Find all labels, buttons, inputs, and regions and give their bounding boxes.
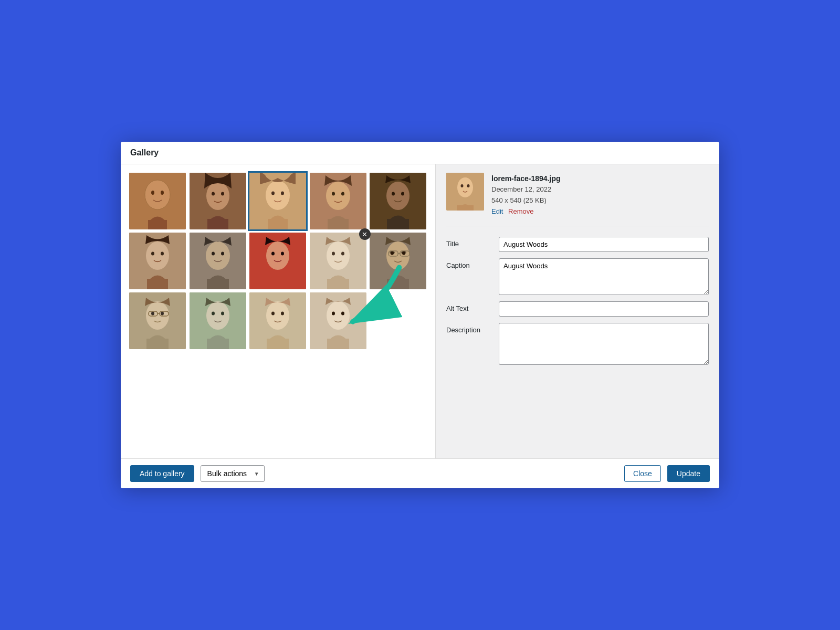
svg-rect-45: [327, 279, 349, 289]
svg-point-59: [161, 312, 164, 316]
svg-point-3: [151, 191, 154, 195]
svg-rect-25: [387, 219, 409, 229]
svg-point-70: [266, 301, 289, 330]
title-input[interactable]: [499, 237, 709, 252]
svg-point-83: [467, 184, 470, 187]
footer-left: Add to gallery Bulk actions: [130, 465, 265, 482]
footer-right: Close Update: [624, 465, 710, 482]
svg-point-75: [327, 301, 350, 330]
svg-rect-68: [207, 339, 229, 349]
description-field-row: Description: [446, 323, 709, 365]
gallery-item-14[interactable]: [310, 292, 366, 349]
gallery-modal: Gallery: [121, 142, 719, 488]
gallery-item-2[interactable]: [190, 173, 246, 229]
alt-text-input[interactable]: [499, 301, 709, 317]
svg-point-24: [401, 192, 404, 196]
media-dimensions: 540 x 540 (25 KB): [491, 195, 561, 206]
alt-text-label: Alt Text: [446, 301, 499, 312]
svg-point-47: [386, 242, 410, 270]
svg-point-28: [151, 252, 154, 256]
caption-label: Caption: [446, 258, 499, 269]
svg-point-4: [161, 191, 164, 195]
svg-point-39: [281, 252, 284, 256]
gallery-item-8[interactable]: [249, 233, 306, 289]
gallery-panel: ✕: [121, 164, 436, 458]
svg-rect-84: [457, 205, 474, 211]
svg-point-12: [266, 181, 290, 210]
update-button[interactable]: Update: [667, 465, 710, 482]
svg-point-23: [392, 192, 395, 196]
svg-rect-52: [387, 279, 409, 289]
svg-point-71: [271, 312, 275, 316]
media-filename: lorem-face-1894.jpg: [491, 173, 561, 184]
modal-header: Gallery: [121, 142, 719, 164]
svg-point-9: [221, 192, 224, 196]
svg-rect-40: [267, 279, 289, 289]
svg-point-44: [341, 252, 344, 256]
selected-media-thumbnail: [446, 173, 484, 211]
svg-rect-60: [146, 339, 169, 349]
svg-point-82: [461, 184, 464, 187]
svg-point-42: [327, 242, 350, 270]
gallery-item-13[interactable]: [249, 292, 306, 349]
gallery-item-9[interactable]: ✕: [310, 233, 366, 289]
media-info: lorem-face-1894.jpg December 12, 2022 54…: [446, 173, 709, 226]
svg-rect-73: [267, 339, 289, 349]
gallery-item-11[interactable]: [129, 292, 186, 349]
gallery-item-10[interactable]: [370, 233, 426, 289]
svg-point-32: [206, 242, 230, 270]
description-input[interactable]: [499, 323, 709, 365]
svg-point-34: [221, 252, 224, 256]
gallery-item-4[interactable]: [310, 173, 366, 229]
svg-point-66: [212, 312, 215, 316]
svg-point-27: [146, 242, 169, 270]
svg-point-77: [341, 312, 344, 316]
media-meta: lorem-face-1894.jpg December 12, 2022 54…: [491, 173, 561, 217]
svg-rect-35: [207, 279, 229, 289]
svg-rect-20: [328, 219, 349, 229]
title-field-row: Title: [446, 237, 709, 252]
gallery-item-5[interactable]: [370, 173, 426, 229]
gallery-item-12[interactable]: [190, 292, 246, 349]
details-panel: lorem-face-1894.jpg December 12, 2022 54…: [436, 164, 719, 458]
description-label: Description: [446, 323, 499, 334]
svg-rect-15: [268, 219, 288, 229]
gallery-item-7[interactable]: [190, 233, 246, 289]
media-edit-link[interactable]: Edit: [491, 207, 503, 215]
gallery-item-1[interactable]: [129, 173, 186, 229]
svg-rect-10: [207, 219, 228, 229]
svg-rect-5: [148, 220, 167, 229]
svg-rect-78: [327, 339, 349, 349]
close-button[interactable]: Close: [624, 465, 661, 482]
bulk-actions-wrapper: Bulk actions: [201, 465, 265, 482]
svg-point-38: [271, 252, 275, 256]
media-date: December 12, 2022: [491, 184, 561, 195]
svg-point-37: [266, 242, 289, 270]
svg-point-81: [457, 177, 473, 197]
modal-title: Gallery: [130, 148, 159, 157]
svg-point-7: [206, 182, 229, 210]
svg-point-17: [326, 182, 350, 210]
modal-footer: Add to gallery Bulk actions Close Update: [121, 458, 719, 488]
svg-point-72: [281, 312, 284, 316]
svg-point-19: [341, 192, 344, 196]
svg-rect-30: [147, 279, 168, 289]
svg-point-13: [271, 192, 275, 195]
svg-point-43: [332, 252, 335, 256]
media-remove-link[interactable]: Remove: [508, 207, 533, 215]
modal-body: ✕: [121, 164, 719, 458]
bulk-actions-select[interactable]: Bulk actions: [201, 465, 265, 482]
gallery-item-6[interactable]: [129, 233, 186, 289]
svg-point-14: [281, 192, 284, 195]
add-to-gallery-button[interactable]: Add to gallery: [130, 465, 194, 482]
svg-point-76: [332, 312, 335, 316]
alt-text-field-row: Alt Text: [446, 301, 709, 317]
svg-point-33: [212, 252, 215, 256]
caption-input[interactable]: August Woods: [499, 258, 709, 295]
svg-point-50: [391, 251, 394, 255]
svg-point-65: [206, 301, 229, 330]
svg-point-8: [212, 192, 215, 196]
remove-item-button[interactable]: ✕: [359, 228, 371, 240]
gallery-item-3[interactable]: [249, 173, 306, 229]
svg-point-51: [402, 251, 405, 255]
